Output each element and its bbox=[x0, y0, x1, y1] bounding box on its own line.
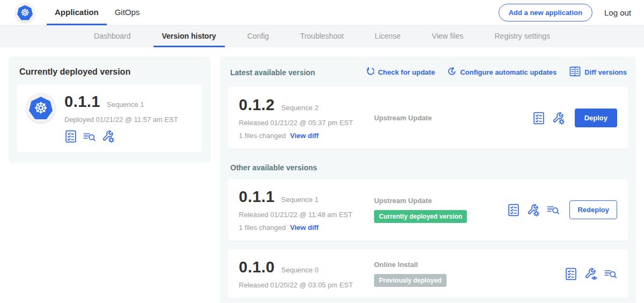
subnav-config[interactable]: Config bbox=[239, 26, 277, 47]
release-notes-icon[interactable] bbox=[507, 204, 520, 217]
deployed-version-card: ☸ 0.1.1 Sequence 1 Deployed 01/21/22 @ 1… bbox=[17, 84, 202, 153]
redeploy-button[interactable]: Redeploy bbox=[569, 200, 617, 219]
logout-button[interactable]: Log out bbox=[604, 8, 631, 17]
deployed-version-number: 0.1.1 bbox=[64, 93, 100, 111]
subnav-view-files[interactable]: View files bbox=[423, 26, 472, 47]
version-history-panel: Latest available version Check for updat… bbox=[220, 56, 636, 303]
tab-gitops[interactable]: GitOps bbox=[107, 0, 148, 25]
version-card-0-1-1: 0.1.1 Sequence 1 Released 01/21/22 @ 11:… bbox=[228, 179, 628, 241]
other-versions-title: Other available versions bbox=[230, 163, 626, 172]
top-header: ☸ Application GitOps Add a new applicati… bbox=[0, 0, 644, 25]
files-changed-label: 1 files changed bbox=[239, 223, 286, 232]
latest-version-title: Latest available version bbox=[230, 68, 315, 77]
app-subnav: Dashboard Version history Config Trouble… bbox=[0, 25, 644, 47]
main-content: Currently deployed version ☸ 0.1.1 Seque… bbox=[0, 47, 644, 303]
config-icon[interactable] bbox=[552, 112, 565, 125]
tab-application[interactable]: Application bbox=[47, 0, 107, 25]
subnav-registry-settings[interactable]: Registry settings bbox=[486, 26, 559, 47]
view-diff-link[interactable]: View diff bbox=[290, 132, 318, 140]
diff-icon bbox=[569, 66, 581, 78]
released-timestamp: Released 01/20/22 @ 03:05 pm EST bbox=[239, 281, 374, 289]
currently-deployed-badge: Currently deployed version bbox=[374, 210, 467, 223]
version-number: 0.1.1 bbox=[239, 188, 275, 206]
version-source-label: Upstream Update bbox=[374, 197, 507, 205]
deploy-logs-icon[interactable] bbox=[604, 268, 617, 280]
release-notes-icon[interactable] bbox=[532, 112, 545, 125]
subnav-version-history[interactable]: Version history bbox=[153, 26, 225, 47]
config-icon[interactable] bbox=[527, 204, 540, 217]
version-number: 0.1.0 bbox=[239, 258, 275, 276]
release-notes-icon[interactable] bbox=[64, 130, 77, 143]
auto-update-icon bbox=[448, 67, 456, 77]
deploy-logs-icon[interactable] bbox=[83, 130, 96, 143]
version-source-label: Upstream Update bbox=[374, 114, 532, 122]
preflight-results-icon[interactable] bbox=[584, 268, 597, 280]
sequence-label: Sequence 2 bbox=[281, 104, 318, 112]
configure-updates-link[interactable]: Configure automatic updates bbox=[448, 67, 557, 77]
released-timestamp: Released 01/21/22 @ 05:37 pm EST bbox=[239, 119, 374, 127]
version-number: 0.1.2 bbox=[239, 96, 275, 114]
subnav-dashboard[interactable]: Dashboard bbox=[85, 26, 140, 47]
deployed-panel-title: Currently deployed version bbox=[17, 65, 202, 84]
version-card-0-1-2: 0.1.2 Sequence 2 Released 01/21/22 @ 05:… bbox=[228, 87, 628, 149]
page: ☸ Application GitOps Add a new applicati… bbox=[0, 0, 644, 303]
sequence-label: Sequence 0 bbox=[281, 266, 318, 274]
currently-deployed-panel: Currently deployed version ☸ 0.1.1 Seque… bbox=[9, 56, 211, 162]
app-logo-icon: ☸ bbox=[26, 93, 56, 123]
check-for-update-link[interactable]: Check for update bbox=[365, 67, 435, 77]
diff-versions-link[interactable]: Diff versions bbox=[569, 66, 627, 78]
deployed-timestamp: Deployed 01/21/22 @ 11:57 am EST bbox=[64, 116, 178, 124]
deploy-button[interactable]: Deploy bbox=[575, 109, 617, 127]
header-right: Add a new application Log out bbox=[499, 0, 631, 25]
subnav-license[interactable]: License bbox=[366, 26, 409, 47]
files-changed-label: 1 files changed bbox=[239, 132, 286, 140]
check-for-update-label: Check for update bbox=[378, 68, 435, 76]
deploy-logs-icon[interactable] bbox=[547, 204, 560, 217]
previously-deployed-badge: Previously deployed bbox=[374, 274, 447, 287]
released-timestamp: Released 01/21/22 @ 11:48 am EST bbox=[239, 211, 374, 219]
deployed-sequence-label: Sequence 1 bbox=[107, 100, 144, 109]
sequence-label: Sequence 1 bbox=[281, 196, 318, 204]
subnav-troubleshoot[interactable]: Troubleshoot bbox=[291, 26, 352, 47]
add-application-button[interactable]: Add a new application bbox=[499, 4, 592, 21]
version-source-label: Online Install bbox=[374, 261, 565, 269]
view-diff-link[interactable]: View diff bbox=[290, 223, 318, 232]
kubernetes-logo-icon: ☸ bbox=[15, 3, 35, 23]
kubernetes-logo[interactable]: ☸ bbox=[15, 0, 35, 25]
configure-updates-label: Configure automatic updates bbox=[460, 68, 557, 76]
version-card-0-1-0: 0.1.0 Sequence 0 Released 01/20/22 @ 03:… bbox=[228, 249, 628, 298]
release-notes-icon[interactable] bbox=[565, 268, 577, 280]
header-tabs: Application GitOps bbox=[47, 0, 148, 25]
config-icon[interactable] bbox=[102, 130, 115, 143]
diff-versions-label: Diff versions bbox=[584, 68, 627, 76]
check-update-icon bbox=[365, 67, 374, 77]
